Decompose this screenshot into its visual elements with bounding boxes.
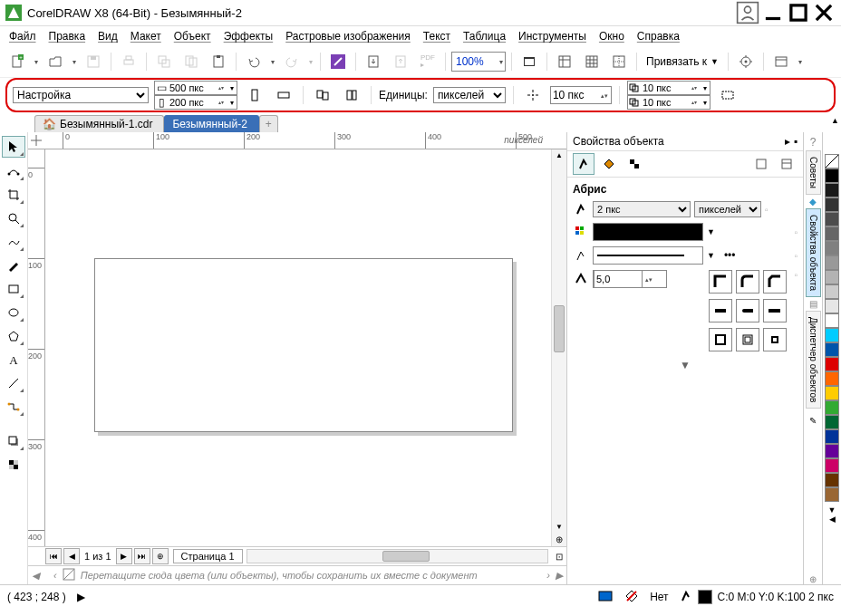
show-grid-button[interactable]: [580, 50, 604, 73]
corner-bevel[interactable]: [763, 270, 787, 294]
current-page-button[interactable]: [340, 83, 363, 107]
save-button[interactable]: [82, 50, 105, 73]
color-swatch[interactable]: [825, 197, 839, 212]
new-dropdown[interactable]: ▾: [33, 51, 40, 72]
cut-button[interactable]: [152, 50, 176, 73]
color-swatch[interactable]: [825, 429, 839, 444]
treat-as-filled-button[interactable]: [716, 83, 740, 107]
artistic-media-tool[interactable]: [3, 255, 24, 275]
color-swatch[interactable]: [825, 400, 839, 415]
scroll-mode-button[interactable]: [750, 153, 772, 175]
tray-next[interactable]: ▶: [556, 570, 563, 582]
palette-scroll-up[interactable]: ▲: [831, 116, 839, 125]
undo-button[interactable]: [242, 50, 266, 73]
close-button[interactable]: [812, 4, 836, 22]
color-swatch[interactable]: [825, 183, 839, 197]
app-launcher-dropdown[interactable]: ▾: [797, 51, 804, 72]
menu-bitmap[interactable]: Растровые изображения: [285, 30, 411, 43]
no-color-swatch[interactable]: [63, 568, 75, 582]
ruler-horizontal[interactable]: пикселей 0 100 200 300 400 500: [44, 132, 566, 149]
crop-tool[interactable]: [3, 185, 24, 205]
color-swatch[interactable]: [825, 299, 839, 313]
redo-button[interactable]: [280, 50, 304, 73]
print-button[interactable]: [117, 50, 140, 73]
outline-units-combo[interactable]: пикселей: [694, 201, 761, 217]
palette-scroll-down[interactable]: ▼: [828, 505, 836, 515]
vertical-scrollbar[interactable]: ▲ ▼ ⊕: [551, 149, 566, 546]
portrait-button[interactable]: [243, 83, 266, 107]
color-swatch[interactable]: [825, 386, 839, 400]
color-swatch[interactable]: [825, 241, 839, 255]
snap-to-combo[interactable]: Привязать к▼: [643, 53, 722, 71]
pick-tool[interactable]: [2, 136, 25, 158]
color-swatch[interactable]: [825, 284, 839, 299]
connector-tool[interactable]: [3, 397, 24, 417]
shape-tool[interactable]: [3, 161, 24, 181]
add-docker-button[interactable]: ⊕: [809, 574, 817, 584]
redo-dropdown[interactable]: ▾: [307, 51, 314, 72]
color-swatch[interactable]: [825, 487, 839, 502]
outline-settings-button[interactable]: •••: [724, 249, 736, 262]
menu-tools[interactable]: Инструменты: [518, 30, 586, 43]
outline-style-picker[interactable]: [593, 246, 703, 265]
publish-pdf-button[interactable]: PDF▸: [416, 50, 440, 73]
account-icon[interactable]: [736, 4, 759, 22]
minimize-button[interactable]: [761, 4, 785, 22]
outline-pen-icon[interactable]: [680, 590, 692, 605]
position-center[interactable]: [736, 328, 759, 351]
color-swatch[interactable]: [825, 415, 839, 429]
ellipse-tool[interactable]: [3, 303, 24, 322]
show-guidelines-button[interactable]: [607, 50, 631, 73]
object-properties-docker-tab[interactable]: Свойства объекта: [806, 208, 821, 297]
maximize-button[interactable]: [787, 4, 810, 22]
nudge-distance-field[interactable]: ▴▾: [550, 86, 612, 104]
no-color-well[interactable]: [825, 154, 839, 168]
status-next-icon[interactable]: ▶: [77, 591, 85, 603]
palette-flyout[interactable]: ◀: [829, 515, 836, 524]
add-page-button[interactable]: ⊕: [152, 548, 169, 564]
new-button[interactable]: +: [5, 50, 29, 73]
navigator-button[interactable]: ⊡: [556, 552, 563, 562]
horizontal-scrollbar[interactable]: [246, 549, 548, 563]
tray-prev[interactable]: ◀: [32, 570, 39, 582]
page-width-field[interactable]: ▭▴▾▾: [154, 81, 237, 95]
docker-expand-button[interactable]: ▸: [785, 135, 790, 148]
undo-dropdown[interactable]: ▾: [269, 51, 276, 72]
drop-shadow-tool[interactable]: [3, 431, 24, 451]
page-preset-combo[interactable]: Настройка: [13, 87, 149, 103]
zoom-level-combo[interactable]: ▾: [451, 52, 506, 72]
transparency-tab[interactable]: [624, 153, 645, 175]
outline-tab[interactable]: [573, 153, 594, 175]
units-combo[interactable]: пикселей: [433, 87, 506, 103]
position-outside[interactable]: [709, 328, 732, 351]
corner-round[interactable]: [736, 270, 759, 294]
tray-scroll-right[interactable]: ›: [546, 570, 550, 581]
color-swatch[interactable]: [825, 270, 839, 284]
ruler-vertical[interactable]: 0 100 200 300 400: [28, 149, 45, 546]
freehand-tool[interactable]: [3, 232, 24, 252]
color-swatch[interactable]: [825, 342, 839, 357]
landscape-button[interactable]: [272, 83, 295, 107]
outline-color-picker[interactable]: [593, 223, 703, 241]
page-tab[interactable]: Страница 1: [173, 549, 243, 563]
rectangle-tool[interactable]: [3, 279, 24, 299]
docker-menu-button[interactable]: ▪: [794, 135, 798, 148]
polygon-tool[interactable]: [3, 326, 24, 346]
document-palette[interactable]: ◀ ‹ Перетащите сюда цвета (или объекты),…: [28, 565, 566, 584]
color-swatch[interactable]: [825, 371, 839, 386]
drawing-area[interactable]: [45, 149, 551, 546]
menu-edit[interactable]: Правка: [49, 30, 86, 43]
ruler-origin[interactable]: [28, 132, 45, 149]
color-swatch[interactable]: [825, 444, 839, 458]
fill-indicator-icon[interactable]: [599, 590, 614, 605]
search-content-button[interactable]: [326, 50, 350, 73]
outline-color-indicator[interactable]: [698, 590, 712, 604]
color-swatch[interactable]: [825, 473, 839, 487]
cap-round[interactable]: [736, 299, 759, 322]
menu-effects[interactable]: Эффекты: [224, 30, 274, 43]
menu-window[interactable]: Окно: [599, 30, 624, 43]
app-launcher-button[interactable]: [769, 50, 793, 73]
document-tab-active[interactable]: Безымянный-2: [164, 115, 258, 132]
color-swatch[interactable]: [825, 212, 839, 226]
show-rulers-button[interactable]: [553, 50, 576, 73]
